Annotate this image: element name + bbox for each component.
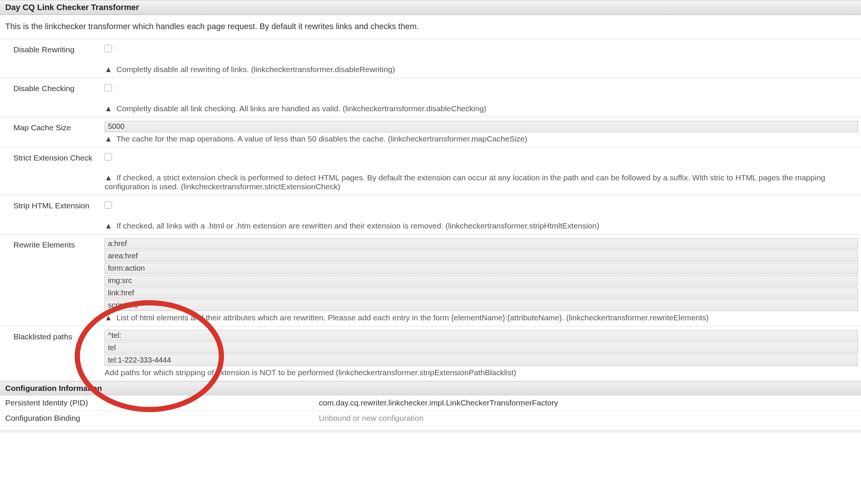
row-strict-extension-check: Strict Extension Check ▲ If checked, a s… xyxy=(0,147,861,195)
checkbox-strip-html-extension[interactable] xyxy=(105,201,112,209)
input-rewrite-elements-5[interactable] xyxy=(105,300,858,311)
row-blacklisted-paths: Blacklisted paths Add paths for which st… xyxy=(0,326,861,381)
input-blacklisted-paths-2[interactable] xyxy=(105,355,858,366)
section-config-info: Configuration Information xyxy=(0,381,861,395)
input-blacklisted-paths-1[interactable] xyxy=(105,342,858,354)
hint-disable-checking: Completly disable all link checking. All… xyxy=(116,104,487,113)
label-binding: Configuration Binding xyxy=(5,414,319,423)
panel-description: This is the linkchecker transformer whic… xyxy=(0,15,861,39)
row-rewrite-elements: Rewrite Elements ▲ List of html elements… xyxy=(0,234,861,326)
row-disable-checking: Disable Checking ▲ Completly disable all… xyxy=(0,78,861,117)
hint-blacklisted-paths: Add paths for which stripping of extensi… xyxy=(105,368,516,377)
panel-title: Day CQ Link Checker Transformer xyxy=(0,0,861,15)
input-rewrite-elements-3[interactable] xyxy=(105,275,858,286)
row-strip-html-extension: Strip HTML Extension ▲ If checked, all l… xyxy=(0,195,861,234)
row-binding: Configuration Binding Unbound or new con… xyxy=(0,411,861,426)
footer-divider xyxy=(0,430,861,433)
warning-icon: ▲ xyxy=(105,65,112,74)
label-blacklisted-paths: Blacklisted paths xyxy=(0,329,105,343)
label-strip-html-extension: Strip HTML Extension xyxy=(0,197,105,212)
input-rewrite-elements-0[interactable] xyxy=(105,238,858,249)
warning-icon: ▲ xyxy=(105,173,112,182)
value-binding: Unbound or new configuration xyxy=(319,414,856,423)
label-disable-rewriting: Disable Rewriting xyxy=(0,41,105,56)
hint-strict-extension-check: If checked, a strict extension check is … xyxy=(105,173,825,191)
input-map-cache-size[interactable] xyxy=(105,121,858,132)
warning-icon: ▲ xyxy=(105,313,112,322)
hint-disable-rewriting: Completly disable all rewriting of links… xyxy=(116,65,395,74)
checkbox-disable-rewriting[interactable] xyxy=(105,45,112,52)
label-map-cache-size: Map Cache Size xyxy=(0,119,105,134)
input-rewrite-elements-1[interactable] xyxy=(105,251,858,262)
input-rewrite-elements-4[interactable] xyxy=(105,287,858,299)
hint-map-cache-size: The cache for the map operations. A valu… xyxy=(116,134,527,143)
row-disable-rewriting: Disable Rewriting ▲ Completly disable al… xyxy=(0,39,861,78)
row-map-cache-size: Map Cache Size ▲ The cache for the map o… xyxy=(0,117,861,147)
value-pid: com.day.cq.rewriter.linkchecker.impl.Lin… xyxy=(319,398,856,407)
checkbox-disable-checking[interactable] xyxy=(105,84,112,91)
label-disable-checking: Disable Checking xyxy=(0,80,105,95)
warning-icon: ▲ xyxy=(105,134,112,143)
input-rewrite-elements-2[interactable] xyxy=(105,263,858,274)
input-blacklisted-paths-0[interactable] xyxy=(105,330,858,341)
warning-icon: ▲ xyxy=(105,221,112,230)
hint-strip-html-extension: If checked, all links with a .html or .h… xyxy=(116,221,599,230)
checkbox-strict-extension-check[interactable] xyxy=(105,153,112,161)
label-pid: Persistent Identity (PID) xyxy=(5,398,319,407)
warning-icon: ▲ xyxy=(105,104,112,113)
label-strict-extension-check: Strict Extension Check xyxy=(0,150,105,165)
row-pid: Persistent Identity (PID) com.day.cq.rew… xyxy=(0,395,861,411)
hint-rewrite-elements: List of html elements and their attribut… xyxy=(116,313,709,322)
label-rewrite-elements: Rewrite Elements xyxy=(0,237,105,252)
